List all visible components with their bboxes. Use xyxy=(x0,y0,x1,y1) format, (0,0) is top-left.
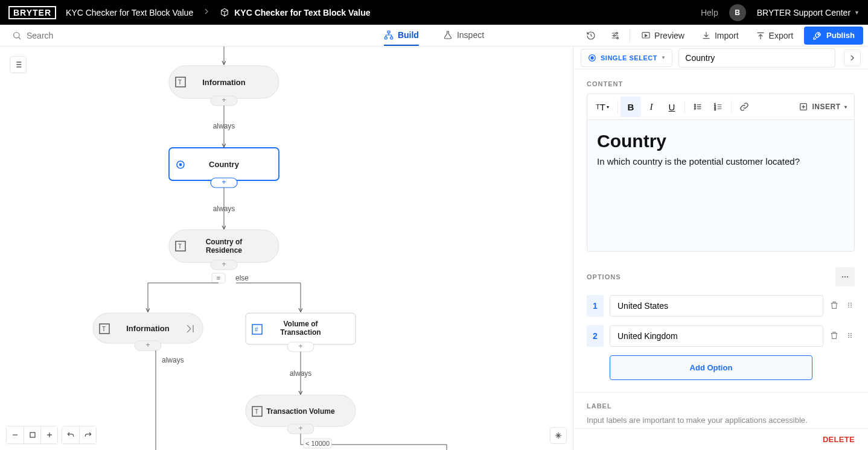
collapse-sidebar-button[interactable] xyxy=(844,49,861,66)
search-icon xyxy=(12,31,22,40)
rte-bold[interactable]: B xyxy=(621,97,641,117)
svg-text:always: always xyxy=(290,369,312,378)
rte-text-style[interactable]: TT▾ xyxy=(590,97,615,117)
svg-rect-63 xyxy=(30,433,35,437)
svg-point-20 xyxy=(179,163,182,166)
delete-button[interactable]: DELETE xyxy=(823,435,855,444)
svg-point-8 xyxy=(818,34,819,35)
svg-point-4 xyxy=(616,32,617,34)
rte-insert[interactable]: INSERT ▾ xyxy=(794,102,852,112)
fit-button[interactable] xyxy=(24,426,40,443)
avatar[interactable]: B xyxy=(729,4,746,21)
svg-text:Information: Information xyxy=(126,324,170,333)
delete-option-button[interactable] xyxy=(829,331,839,342)
label-section-label: LABEL xyxy=(587,402,855,410)
breadcrumb-parent[interactable]: KYC Checker for Text Block Value xyxy=(66,8,193,17)
undo-button[interactable] xyxy=(62,426,79,443)
play-icon xyxy=(641,31,651,40)
history-button[interactable] xyxy=(581,27,601,44)
svg-text:Residence: Residence xyxy=(206,246,242,255)
option-row-2: 2 xyxy=(587,325,855,347)
svg-point-5 xyxy=(613,34,615,36)
help-link[interactable]: Help xyxy=(701,8,718,17)
svg-text:else: else xyxy=(235,274,249,282)
svg-text:+: + xyxy=(222,178,226,186)
add-option-button[interactable]: Add Option xyxy=(610,355,812,380)
caret-down-icon: ▼ xyxy=(854,10,860,16)
svg-text:Country of: Country of xyxy=(206,238,243,246)
svg-point-84 xyxy=(848,335,849,336)
svg-text:3: 3 xyxy=(714,108,716,111)
star-button[interactable] xyxy=(550,427,567,444)
label-section-desc: Input labels are important to make your … xyxy=(587,416,855,425)
node-country-of-residence[interactable]: T Country of Residence + xyxy=(169,230,279,270)
tab-build[interactable]: Build xyxy=(384,25,419,46)
svg-rect-1 xyxy=(388,31,390,33)
svg-text:#: # xyxy=(255,326,258,333)
rte-numbers[interactable]: 123 xyxy=(708,97,729,117)
svg-point-77 xyxy=(850,302,852,303)
plus-square-icon xyxy=(799,102,808,112)
svg-point-67 xyxy=(694,106,695,107)
node-transaction-volume[interactable]: T Transaction Volume + xyxy=(246,395,356,434)
node-name-input[interactable] xyxy=(678,48,835,68)
import-button[interactable]: Import xyxy=(695,27,745,44)
svg-text:always: always xyxy=(213,122,235,130)
drag-option-handle[interactable] xyxy=(845,300,855,312)
drag-option-handle[interactable] xyxy=(845,331,855,342)
search-input[interactable] xyxy=(27,31,147,40)
export-button[interactable]: Export xyxy=(750,27,799,44)
option-input-2[interactable] xyxy=(610,325,823,347)
grip-icon xyxy=(845,331,855,340)
sliders-icon xyxy=(610,31,620,40)
rte-bullets[interactable] xyxy=(688,97,708,117)
option-number: 1 xyxy=(587,295,604,317)
options-more-button[interactable] xyxy=(835,267,855,287)
canvas[interactable]: T Information + always Country + always … xyxy=(0,46,573,450)
node-information-1[interactable]: T Information + xyxy=(169,66,279,106)
svg-point-68 xyxy=(694,108,695,109)
svg-point-85 xyxy=(850,335,852,336)
node-volume-of-transaction[interactable]: # Volume of Transaction + xyxy=(246,313,356,352)
content-text[interactable]: In which country is the potential custom… xyxy=(597,156,844,166)
trash-icon xyxy=(829,300,839,310)
svg-point-83 xyxy=(850,332,852,334)
rte-content[interactable]: Country In which country is the potentia… xyxy=(587,119,855,252)
logo[interactable]: BRYTER xyxy=(8,6,56,19)
svg-text:T: T xyxy=(178,79,182,86)
svg-point-75 xyxy=(847,276,848,277)
svg-text:+: + xyxy=(222,96,226,104)
preview-button[interactable]: Preview xyxy=(635,27,691,44)
publish-button[interactable]: Publish xyxy=(804,27,863,45)
svg-text:+: + xyxy=(145,341,150,349)
user-menu[interactable]: BRYTER Support Center ▼ xyxy=(757,8,860,17)
zoom-out-button[interactable] xyxy=(7,426,24,443)
rocket-icon xyxy=(812,31,822,40)
svg-point-74 xyxy=(844,276,846,277)
svg-text:always: always xyxy=(213,204,235,213)
svg-text:< 10000: < 10000 xyxy=(305,440,330,447)
tab-inspect[interactable]: Inspect xyxy=(443,25,484,46)
history-icon xyxy=(586,31,596,40)
rte-italic[interactable]: I xyxy=(641,97,662,117)
redo-button[interactable] xyxy=(79,426,96,443)
zoom-in-button[interactable] xyxy=(40,426,57,443)
settings-button[interactable] xyxy=(605,27,625,44)
option-input-1[interactable] xyxy=(610,295,823,317)
node-information-2[interactable]: T Information + xyxy=(93,313,203,350)
hierarchy-icon xyxy=(384,30,394,40)
delete-option-button[interactable] xyxy=(829,300,839,312)
chevron-right-icon xyxy=(202,7,211,18)
grip-icon xyxy=(845,300,855,310)
node-type-selector[interactable]: SINGLE SELECT ▼ xyxy=(581,49,672,67)
node-country[interactable]: Country + xyxy=(169,148,279,188)
content-title[interactable]: Country xyxy=(597,131,844,151)
rte-link[interactable] xyxy=(734,97,755,117)
dots-icon xyxy=(840,272,850,282)
numbered-list-icon: 123 xyxy=(713,102,723,112)
svg-point-78 xyxy=(848,305,849,306)
svg-text:Volume of: Volume of xyxy=(283,320,318,328)
sparkle-icon xyxy=(554,431,563,440)
rte-underline[interactable]: U xyxy=(662,97,682,117)
svg-text:+: + xyxy=(298,424,302,433)
